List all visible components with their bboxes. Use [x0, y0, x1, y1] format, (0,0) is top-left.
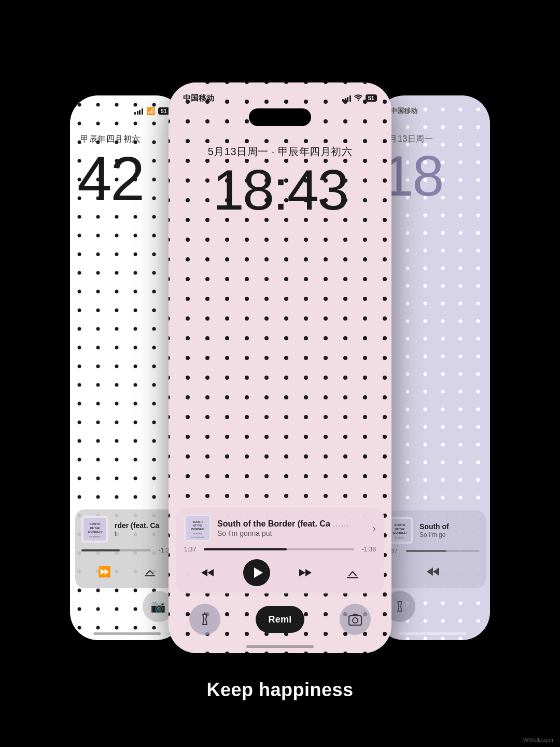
date-right: 5月13日周一: [384, 134, 490, 145]
dynamic-island: [249, 108, 311, 126]
status-right-left: 📶 51: [134, 107, 170, 115]
music-info-left: rder (feat. Ca t: [115, 521, 163, 537]
song-title-left: rder (feat. Ca: [115, 521, 163, 530]
music-top-right: SOUTH OF THE BORDER Ed Sheeran South of …: [386, 517, 480, 544]
signal-icon-left: [134, 107, 143, 115]
datetime-center: 5月13日周一 · 甲辰年四月初六 18:43: [169, 134, 391, 224]
svg-text:BORDER: BORDER: [191, 528, 204, 531]
battery-left: 51: [158, 107, 170, 115]
album-art-center: SOUTH OF THE BORDER Ed Sheeran feat. Cam…: [184, 515, 211, 542]
svg-marker-24: [207, 569, 214, 576]
datetime-right: 5月13日周一 18: [376, 123, 490, 210]
flashlight-btn[interactable]: [189, 604, 220, 635]
progress-center: 1:37 -1:38: [184, 546, 376, 553]
svg-text:SOUTH: SOUTH: [192, 520, 202, 523]
song-subtitle-right: So I'm go: [419, 531, 480, 538]
wifi-icon-center: [354, 94, 362, 102]
bottom-center: Remi: [169, 596, 391, 653]
svg-rect-31: [349, 616, 361, 625]
progress-fill-center: [204, 548, 287, 550]
svg-point-32: [353, 618, 358, 623]
svg-rect-11: [145, 575, 155, 576]
carrier-right: 中国移动: [390, 106, 417, 116]
phone-center: 中国移动 51: [169, 82, 391, 653]
song-subtitle-left: t: [115, 530, 163, 537]
music-top-center: SOUTH OF THE BORDER Ed Sheeran feat. Cam…: [184, 515, 376, 542]
phone-right: 中国移动 5月13日周一 18 SOUTH: [376, 95, 490, 640]
music-info-center: South of the Border (feat. Ca …… So I'm …: [217, 519, 366, 537]
status-bar-left: 📶 51: [70, 95, 184, 123]
fast-forward-left[interactable]: ⏩: [93, 560, 116, 583]
time-elapsed-center: 1:37: [184, 546, 199, 553]
svg-text:BORDER: BORDER: [393, 531, 407, 534]
wifi-icon-left: 📶: [146, 107, 155, 115]
battery-center: 51: [366, 94, 377, 102]
song-subtitle-center: So I'm gonna put: [217, 529, 366, 537]
svg-text:SOUTH: SOUTH: [395, 523, 405, 527]
play-btn-center[interactable]: [243, 559, 270, 586]
rewind-btn-center[interactable]: [196, 561, 219, 584]
svg-text:Ed Sheeran: Ed Sheeran: [395, 537, 405, 539]
forward-btn-center[interactable]: [294, 561, 317, 584]
svg-text:feat. Camila Cabello: feat. Camila Cabello: [190, 536, 204, 538]
progress-left: -1:38: [81, 547, 173, 554]
svg-text:BORDER: BORDER: [88, 530, 102, 533]
svg-text:Ed Sheeran: Ed Sheeran: [89, 535, 100, 538]
svg-marker-23: [201, 569, 207, 576]
svg-text:OF THE: OF THE: [90, 527, 100, 530]
camera-btn-center[interactable]: [340, 604, 371, 635]
music-info-right: South of So I'm go: [419, 522, 480, 538]
controls-center: [184, 558, 376, 587]
signal-icon-center: [342, 94, 351, 102]
phones-container: 📶 51 甲辰年四月初六 42 SOUTH: [0, 46, 560, 669]
song-title-center: South of the Border (feat. Ca ……: [217, 519, 366, 529]
svg-marker-27: [299, 569, 305, 576]
bottom-left: 📷: [70, 583, 184, 640]
music-widget-right: SOUTH OF THE BORDER Ed Sheeran South of …: [380, 510, 486, 588]
watermark: MiWallpaper: [522, 737, 554, 743]
svg-text:Ed Sheeran: Ed Sheeran: [193, 533, 203, 535]
svg-text:OF THE: OF THE: [193, 524, 202, 527]
song-title-right: South of: [419, 522, 480, 531]
phone-left: 📶 51 甲辰年四月初六 42 SOUTH: [70, 95, 184, 640]
status-bar-center: 中国移动 51: [169, 82, 391, 110]
remi-btn[interactable]: Remi: [256, 606, 304, 633]
bottom-label: Keep happiness: [206, 679, 353, 701]
date-center: 5月13日周一 · 甲辰年四月初六: [169, 145, 391, 159]
svg-text:OF THE: OF THE: [395, 528, 405, 531]
svg-marker-42: [427, 568, 433, 576]
expand-center[interactable]: ›: [372, 522, 376, 534]
rewind-btn-right[interactable]: [422, 560, 444, 583]
svg-text:SOUTH: SOUTH: [90, 522, 101, 525]
time-remaining-center: -1:38: [359, 546, 376, 553]
carrier-center: 中国移动: [183, 93, 214, 103]
controls-left: ⏩: [81, 559, 173, 584]
music-widget-center: SOUTH OF THE BORDER Ed Sheeran feat. Cam…: [176, 507, 384, 593]
bottom-right: [376, 583, 490, 640]
progress-track-center[interactable]: [204, 548, 354, 550]
status-bar-right: 中国移动: [376, 95, 490, 123]
svg-marker-43: [433, 568, 439, 576]
airplay-btn-center[interactable]: [341, 561, 364, 584]
album-art-left: SOUTH OF THE BORDER Ed Sheeran: [81, 516, 108, 543]
time-right: 18: [382, 147, 490, 204]
time-center: 18:43: [169, 161, 391, 218]
progress-right: 1:37: [386, 548, 480, 554]
controls-right: [386, 559, 480, 584]
svg-marker-28: [305, 569, 312, 576]
airplay-left[interactable]: [138, 560, 161, 583]
status-right-center: 51: [342, 94, 377, 102]
music-widget-left: SOUTH OF THE BORDER Ed Sheeran rder (fea…: [75, 509, 179, 588]
datetime-left: 甲辰年四月初六 42: [70, 123, 184, 215]
svg-rect-29: [347, 577, 358, 578]
